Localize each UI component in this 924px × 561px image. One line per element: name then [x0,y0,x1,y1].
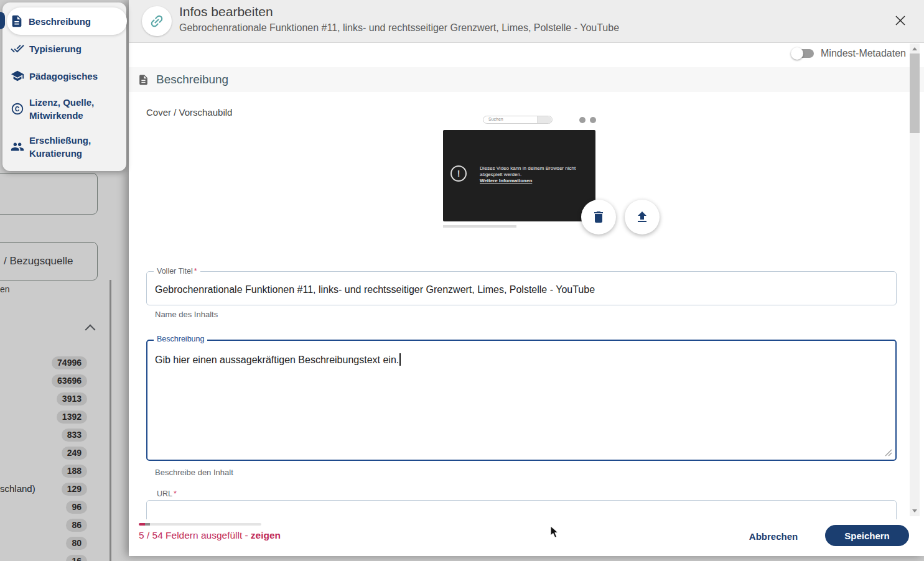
edge-accent-shape [0,12,5,29]
full-title-label: Voller Titel* [154,267,200,276]
player-error-text: Dieses Video kann in deinem Browser nich… [480,165,576,177]
cover-label: Cover / Vorschaubild [146,107,232,118]
thumbnail-avatar-dot [579,117,586,123]
nav-item-erschliessung-kuratierung[interactable]: Erschließung, Kuratierung [7,128,123,166]
description-value: Gib hier einen aussagekräftigen Beschrei… [155,353,401,366]
thumbnail-avatar-dot [590,117,596,123]
fields-progress-bar [139,523,261,526]
nav-item-label: Typisierung [29,42,82,55]
dialog-footer: 5 / 54 Feldern ausgefüllt -zeigen Abbrec… [129,519,924,556]
nav-item-label: Erschließung, Kuratierung [29,134,123,160]
description-label: Beschreibung [154,335,207,343]
description-value-text: Gib hier einen aussagekräftigen Beschrei… [155,355,399,365]
scrollbar-down-arrow[interactable] [912,509,917,512]
link-icon [146,10,169,33]
people-icon [11,140,24,154]
player-error-link: Weitere Informationen [480,178,532,183]
save-button[interactable]: Speichern [825,525,909,546]
minimal-metadata-toggle[interactable] [791,47,814,60]
mouse-cursor [550,526,560,539]
resize-handle-icon[interactable] [885,449,892,457]
thumbnail-search-button [537,116,552,124]
thumbnail-search-bar: Suchen [483,116,553,124]
graduation-cap-icon [11,69,24,83]
full-title-helper: Name des Inhalts [155,310,218,319]
upload-cover-button[interactable] [625,200,660,234]
minimal-metadata-label: Mindest-Metadaten [821,48,906,59]
full-title-value: Gebrochenrationale Funktionen #11, links… [155,284,595,295]
nav-item-beschreibung[interactable]: Beschreibung [7,7,127,35]
upload-icon [635,210,650,225]
dialog-scrollbar[interactable] [910,44,920,516]
scrollbar-up-arrow[interactable] [912,47,917,50]
text-caret [399,353,401,366]
content-type-avatar [142,6,172,36]
minimal-metadata-toggle-row: Mindest-Metadaten [791,47,906,60]
url-label: URL* [154,489,180,498]
full-title-label-text: Voller Titel [157,267,193,276]
double-check-icon [11,42,24,55]
cancel-button[interactable]: Abbrechen [748,531,799,542]
nav-item-label: Pädagogisches [29,70,98,83]
nav-item-label: Lizenz, Quelle, Mitwirkende [29,96,123,122]
nav-item-paedagogisches[interactable]: Pädagogisches [7,62,123,90]
progress-secondary-segment [145,523,150,526]
trash-icon [591,210,606,225]
exclamation-circle-icon: ! [450,165,467,182]
nav-item-typisierung[interactable]: Typisierung [7,35,123,62]
dialog-header: Infos bearbeiten Gebrochenrationale Funk… [129,0,924,43]
description-helper: Beschreibe den Inhalt [155,468,233,477]
close-button[interactable] [893,13,908,28]
video-preview: ! Dieses Video kann in deinem Browser ni… [443,130,595,221]
show-missing-fields-link[interactable]: zeigen [251,530,281,540]
thumbnail-search-placeholder: Suchen [488,117,503,121]
document-icon [10,14,24,28]
section-nav-panel: Beschreibung Typisierung Pädagogisches L… [2,2,126,171]
progress-count-text: 5 / 54 Feldern ausgefüllt - [139,530,248,540]
copyright-icon [11,102,24,116]
fields-progress-text: 5 / 54 Feldern ausgefüllt -zeigen [139,530,281,541]
url-label-text: URL [157,489,172,498]
section-title: Beschreibung [156,73,228,86]
progress-filled-segment [139,523,145,526]
dialog-subtitle: Gebrochenrationale Funktionen #11, links… [179,22,619,34]
toggle-knob [791,47,803,60]
nav-item-label: Beschreibung [29,15,91,28]
delete-cover-button[interactable] [581,200,616,234]
close-icon [893,13,908,28]
required-asterisk: * [194,267,197,276]
player-error-message: Dieses Video kann in deinem Browser nich… [480,165,592,184]
section-header: Beschreibung [129,67,924,92]
thumbnail-caption-bar [443,225,516,228]
dialog-title: Infos bearbeiten [179,4,273,19]
scrollbar-thumb[interactable] [910,53,920,133]
edit-dialog: Infos bearbeiten Gebrochenrationale Funk… [129,0,924,556]
required-asterisk: * [174,489,177,498]
document-icon [138,74,149,86]
nav-item-lizenz-quelle-mitwirkende[interactable]: Lizenz, Quelle, Mitwirkende [7,90,123,128]
